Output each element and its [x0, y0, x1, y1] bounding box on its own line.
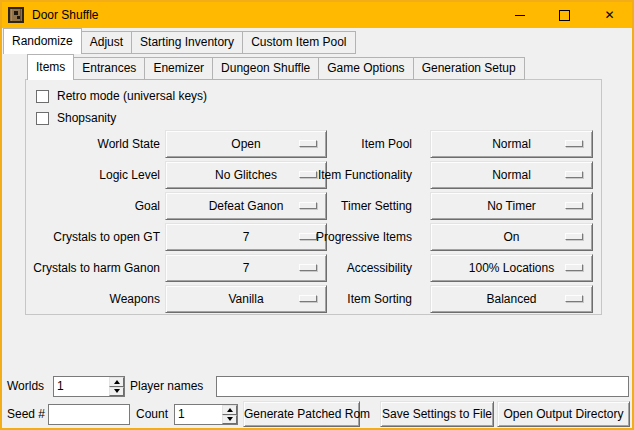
- worlds-spinner[interactable]: 1: [53, 376, 125, 397]
- item-pool-dropdown[interactable]: Normal: [430, 130, 593, 158]
- item-sorting-value: Balanced: [486, 292, 536, 306]
- accessibility-value: 100% Locations: [469, 261, 554, 275]
- tab-starting-inventory[interactable]: Starting Inventory: [131, 31, 243, 54]
- worlds-label: Worlds: [7, 376, 44, 397]
- seed-input[interactable]: [48, 404, 130, 425]
- dropdown-indicator-icon: [565, 140, 583, 147]
- timer-setting-dropdown[interactable]: No Timer: [430, 192, 593, 220]
- sub-tab-bar: Items Entrances Enemizer Dungeon Shuffle…: [27, 54, 525, 80]
- tab-generation-setup[interactable]: Generation Setup: [413, 57, 525, 80]
- item-pool-value: Normal: [492, 137, 531, 151]
- minimize-icon: [515, 15, 525, 16]
- timer-setting-label: Timer Setting: [290, 192, 412, 220]
- count-spinner-arrows: [222, 405, 237, 424]
- progressive-items-dropdown[interactable]: On: [430, 223, 593, 251]
- dropdown-indicator-icon: [565, 295, 583, 302]
- goal-label: Goal: [22, 192, 160, 220]
- dropdown-indicator-icon: [565, 233, 583, 240]
- item-sorting-dropdown[interactable]: Balanced: [430, 285, 593, 313]
- seed-label: Seed #: [7, 404, 45, 425]
- count-value: 1: [175, 405, 222, 424]
- minimize-button[interactable]: [497, 2, 542, 28]
- titlebar[interactable]: Door Shuffle ✕: [2, 2, 632, 28]
- weapons-label: Weapons: [22, 285, 160, 313]
- tab-dungeon-shuffle[interactable]: Dungeon Shuffle: [212, 57, 319, 80]
- progressive-items-value: On: [503, 230, 519, 244]
- tab-custom-item-pool[interactable]: Custom Item Pool: [242, 31, 355, 54]
- goal-value: Defeat Ganon: [209, 199, 284, 213]
- player-names-label: Player names: [130, 376, 203, 397]
- dropdown-indicator-icon: [565, 264, 583, 271]
- spin-up-icon: [114, 380, 120, 384]
- tab-enemizer[interactable]: Enemizer: [144, 57, 213, 80]
- tab-items[interactable]: Items: [27, 54, 74, 80]
- item-functionality-label: Item Functionality: [290, 161, 412, 189]
- app-window: Door Shuffle ✕ Randomize Adjust Starting…: [0, 0, 634, 430]
- tab-game-options[interactable]: Game Options: [318, 57, 413, 80]
- spin-up-icon: [227, 408, 233, 412]
- crystals-harm-ganon-value: 7: [243, 261, 250, 275]
- count-spin-down-button[interactable]: [222, 415, 237, 425]
- save-settings-button[interactable]: Save Settings to File: [380, 401, 494, 427]
- retro-mode-option: Retro mode (universal keys): [36, 88, 207, 104]
- main-tab-bar: Randomize Adjust Starting Inventory Cust…: [3, 28, 356, 54]
- shopsanity-label: Shopsanity: [57, 111, 116, 125]
- retro-mode-checkbox[interactable]: [36, 90, 49, 103]
- count-spin-up-button[interactable]: [222, 405, 237, 415]
- count-spinner[interactable]: 1: [174, 404, 238, 425]
- spin-down-icon: [114, 389, 120, 393]
- close-icon: ✕: [604, 9, 614, 21]
- tab-randomize[interactable]: Randomize: [3, 28, 82, 54]
- logic-level-value: No Glitches: [215, 168, 277, 182]
- crystals-open-gt-value: 7: [243, 230, 250, 244]
- progressive-items-label: Progressive Items: [290, 223, 412, 251]
- spin-down-icon: [227, 417, 233, 421]
- item-sorting-label: Item Sorting: [290, 285, 412, 313]
- generate-patched-rom-button[interactable]: Generate Patched Rom: [243, 401, 360, 427]
- worlds-spin-down-button[interactable]: [109, 387, 124, 397]
- app-icon: [8, 7, 24, 23]
- dropdown-indicator-icon: [565, 202, 583, 209]
- retro-mode-label: Retro mode (universal keys): [57, 89, 207, 103]
- tab-entrances[interactable]: Entrances: [73, 57, 145, 80]
- weapons-value: Vanilla: [228, 292, 263, 306]
- worlds-spinner-arrows: [109, 377, 124, 396]
- world-state-label: World State: [22, 130, 160, 158]
- worlds-value: 1: [54, 377, 109, 396]
- crystals-harm-ganon-label: Crystals to harm Ganon: [22, 254, 160, 282]
- worlds-spin-up-button[interactable]: [109, 377, 124, 387]
- window-title: Door Shuffle: [32, 8, 99, 22]
- maximize-icon: [559, 10, 570, 21]
- player-names-input[interactable]: [216, 376, 629, 397]
- item-functionality-dropdown[interactable]: Normal: [430, 161, 593, 189]
- open-output-directory-button[interactable]: Open Output Directory: [497, 401, 630, 427]
- close-button[interactable]: ✕: [587, 2, 632, 28]
- count-label: Count: [136, 404, 168, 425]
- maximize-button[interactable]: [542, 2, 587, 28]
- shopsanity-checkbox[interactable]: [36, 112, 49, 125]
- logic-level-label: Logic Level: [22, 161, 160, 189]
- crystals-open-gt-label: Crystals to open GT: [22, 223, 160, 251]
- item-pool-label: Item Pool: [290, 130, 412, 158]
- dropdown-indicator-icon: [565, 171, 583, 178]
- accessibility-label: Accessibility: [290, 254, 412, 282]
- timer-setting-value: No Timer: [487, 199, 536, 213]
- shopsanity-option: Shopsanity: [36, 110, 116, 126]
- world-state-value: Open: [231, 137, 260, 151]
- item-functionality-value: Normal: [492, 168, 531, 182]
- tab-adjust[interactable]: Adjust: [81, 31, 132, 54]
- window-controls: ✕: [497, 2, 632, 28]
- accessibility-dropdown[interactable]: 100% Locations: [430, 254, 593, 282]
